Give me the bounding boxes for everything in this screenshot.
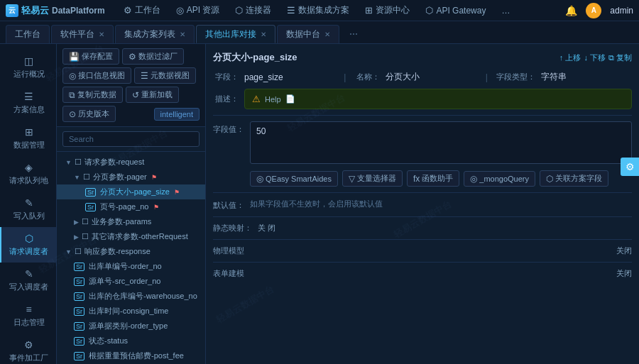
field-actions: ↑ 上移 ↓ 下移 ⧉ 复制	[559, 53, 632, 63]
field-detail: 分页大小-page_size ↑ 上移 ↓ 下移 ⧉ 复制 字段： page_s…	[206, 44, 639, 364]
save-icon: 💾	[69, 52, 80, 62]
meta-view-button[interactable]: ☰ 元数据视图	[134, 67, 196, 84]
type-badge: Sr	[74, 277, 84, 286]
separator: |	[344, 72, 346, 82]
help-text: Help	[265, 95, 281, 104]
function-helper-button[interactable]: fx 函数助手	[407, 170, 459, 187]
tree-node-other-request[interactable]: ▶ ☐ 其它请求参数-otherRequest	[57, 229, 205, 244]
nav-item-resource[interactable]: ⊞ 资源中心	[358, 0, 417, 21]
reload-button[interactable]: ↺ 重新加载	[126, 87, 179, 103]
tab-platform[interactable]: 软件平台 ✕	[51, 25, 114, 43]
tree-node-label: 分页参数-pager	[93, 172, 147, 182]
tab-workbench[interactable]: 工作台	[6, 25, 50, 43]
tree-node-params[interactable]: ▶ ☐ 业务参数-params	[57, 214, 205, 229]
tree-arrow: ▶	[74, 233, 79, 241]
move-down-button[interactable]: ↓ 下移	[584, 53, 606, 63]
related-icon: ⬡	[546, 174, 553, 184]
tree-node-order-type[interactable]: Sr 源单据类别-order_type	[57, 319, 205, 333]
sidebar-item-event-factory[interactable]: ⚙ 事件加工厂	[0, 333, 56, 364]
tree-node-label: 业务参数-params	[92, 216, 151, 227]
sidebar-item-request-queue[interactable]: ◈ 请求队列地	[0, 156, 56, 192]
tree-node-label: 出库的仓库编号-warehouse_no	[89, 291, 197, 302]
tab-solution-list[interactable]: 集成方案列表 ✕	[115, 25, 195, 43]
app-logo[interactable]: 云 轻易云 DataPlatform	[6, 4, 105, 17]
tab-close-icon[interactable]: ✕	[261, 31, 266, 38]
smartaides-label: QEasy SmartAides	[266, 175, 332, 183]
tab-close-icon[interactable]: ✕	[180, 31, 185, 38]
admin-name[interactable]: admin	[610, 6, 633, 16]
history-button[interactable]: ⊙ 历史版本	[62, 106, 116, 122]
sidebar-item-data-management[interactable]: ⊞ 数据管理	[0, 121, 56, 156]
smart-tools: ◎ QEasy SmartAides ▽ 支量选择器 fx 函数助手	[250, 170, 632, 187]
nav-item-connector[interactable]: ⬡ 连接器	[228, 0, 278, 21]
tab-other-warehouse[interactable]: 其他出库对接 ✕	[196, 25, 275, 43]
folder-icon: ☐	[75, 158, 82, 167]
flag-icon: ⚑	[174, 189, 180, 196]
connector-icon: ⬡	[235, 5, 243, 16]
tree-node-consign-time[interactable]: Sr 出库时间-consign_time	[57, 304, 205, 319]
sidebar-item-overview[interactable]: ◫ 运行概况	[0, 50, 56, 85]
folder-icon: ☐	[82, 232, 89, 241]
sidebar-item-log[interactable]: ≡ 日志管理	[0, 298, 56, 333]
tree-node-page-size[interactable]: Sr 分页大小-page_size ⚑	[57, 184, 205, 199]
tab-label: 软件平台	[60, 28, 94, 40]
tab-data-platform[interactable]: 数据中台 ✕	[277, 25, 339, 43]
type-badge: Sr	[74, 292, 84, 301]
sidebar-item-write-queue[interactable]: ✎ 写入队列	[0, 192, 56, 227]
tab-close-icon[interactable]: ✕	[99, 31, 104, 38]
field-value-container: 50 ◎ QEasy SmartAides ▽ 支量选择器	[250, 121, 632, 187]
settings-gear-icon[interactable]: ⚙	[621, 158, 639, 176]
help-link[interactable]: 📄	[285, 94, 295, 104]
flag-icon: ⚑	[151, 174, 157, 181]
nav-item-workbench[interactable]: ⚙ 工作台	[116, 0, 168, 21]
sidebar-item-solution-info[interactable]: ☰ 方案信息	[0, 85, 56, 121]
tab-label: 集成方案列表	[124, 28, 175, 40]
data-filter-label: 数据过滤厂	[138, 51, 178, 62]
tree-node-post-fee[interactable]: Sr 根据重量预估邮费-post_fee	[57, 348, 205, 363]
notification-bell-icon[interactable]: 🔔	[565, 5, 577, 16]
tree-panel: 💾 保存配置 ⚙ 数据过滤厂 ◎ 接口信息视图 ☰ 元数据视图 ⧉ 复制元	[57, 44, 206, 364]
tree-node-request[interactable]: ▼ ☐ 请求参数-request	[57, 155, 205, 170]
tree-node-order-no[interactable]: Sr 出库单编号-order_no	[57, 259, 205, 274]
sidebar-item-label: 数据管理	[13, 140, 45, 150]
tree-arrow: ▶	[74, 219, 79, 226]
divider	[213, 262, 632, 263]
save-config-button[interactable]: 💾 保存配置	[62, 48, 119, 65]
tab-close-icon[interactable]: ✕	[324, 31, 330, 38]
copy-field-button[interactable]: ⧉ 复制	[608, 53, 632, 63]
mongo-query-button[interactable]: ◎ _mongoQuery	[464, 171, 535, 187]
data-filter-button[interactable]: ⚙ 数据过滤厂	[122, 48, 184, 65]
tab-more-button[interactable]: ⋯	[344, 25, 364, 43]
move-up-button[interactable]: ↑ 上移	[559, 53, 581, 63]
tree-node-src-order[interactable]: Sr 源单号-src_order_no	[57, 274, 205, 289]
tree-node-status[interactable]: Sr 状态-status	[57, 333, 205, 348]
tree-node-pager[interactable]: ▼ ☐ 分页参数-pager ⚑	[57, 170, 205, 184]
left-sidebar: ◫ 运行概况 ☰ 方案信息 ⊞ 数据管理 ◈ 请求队列地 ✎ 写入队列 ⬡ 请求…	[0, 44, 57, 364]
nav-item-api[interactable]: ◎ API 资源	[169, 0, 227, 21]
interface-view-button[interactable]: ◎ 接口信息视图	[62, 67, 131, 84]
related-field-button[interactable]: ⬡ 关联方案字段	[540, 170, 608, 187]
sidebar-item-write-scheduler[interactable]: ✎ 写入调度者	[0, 263, 56, 298]
tree-node-label: 页号-page_no	[100, 202, 149, 212]
field-value-textarea[interactable]: 50	[250, 121, 632, 164]
tree-content: ▼ ☐ 请求参数-request ▼ ☐ 分页参数-pager ⚑ Sr	[57, 152, 205, 364]
sidebar-item-request-scheduler[interactable]: ⬡ 请求调度者	[0, 227, 56, 263]
tree-node-response[interactable]: ▼ ☐ 响应参数-response	[57, 244, 205, 259]
table-model-value: 关闭	[616, 268, 632, 279]
tree-node-warehouse[interactable]: Sr 出库的仓库编号-warehouse_no	[57, 289, 205, 304]
nav-item-more[interactable]: …	[494, 0, 517, 21]
search-input[interactable]	[62, 131, 200, 147]
copy-meta-button[interactable]: ⧉ 复制元数据	[62, 87, 123, 103]
tree-node-label: 状态-status	[89, 336, 128, 346]
variable-selector-button[interactable]: ▽ 支量选择器	[342, 170, 403, 187]
datasolution-icon: ☰	[287, 5, 295, 16]
tree-node-page-no[interactable]: Sr 页号-page_no ⚑	[57, 199, 205, 214]
nav-items: ⚙ 工作台 ◎ API 资源 ⬡ 连接器 ☰ 数据集成方案 ⊞ 资源中心 ⬡ A…	[116, 0, 555, 21]
help-row: ⚠ Help 📄	[244, 89, 632, 109]
tree-node-label: 请求参数-request	[84, 157, 144, 167]
function-icon: fx	[413, 174, 420, 184]
nav-item-datasolution[interactable]: ☰ 数据集成方案	[280, 0, 356, 21]
help-circle-icon: ⚠	[252, 94, 261, 104]
qeasy-smartaides-button[interactable]: ◎ QEasy SmartAides	[250, 171, 338, 187]
nav-item-gateway[interactable]: ⬡ API Gateway	[418, 0, 493, 21]
